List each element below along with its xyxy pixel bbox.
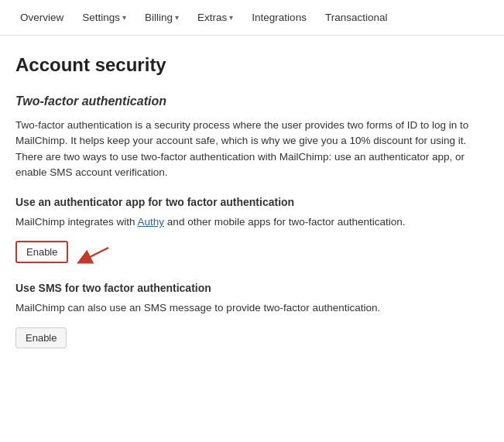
settings-chevron-icon: ▾	[122, 13, 126, 22]
enable-authenticator-wrapper: Enable	[15, 241, 489, 266]
arrow-annotation-icon	[73, 243, 110, 267]
two-factor-section-title: Two-factor authentication	[15, 94, 489, 108]
nav-billing[interactable]: Billing ▾	[137, 1, 187, 34]
two-factor-description: Two-factor authentication is a security …	[15, 118, 489, 180]
authenticator-app-title: Use an authenticator app for two factor …	[15, 196, 489, 208]
nav-integrations[interactable]: Integrations	[244, 1, 314, 34]
sms-description: MailChimp can also use an SMS message to…	[15, 300, 489, 316]
nav-extras[interactable]: Extras ▾	[190, 1, 241, 34]
two-factor-section: Two-factor authentication Two-factor aut…	[15, 94, 489, 180]
authenticator-pre-text: MailChimp integrates with	[15, 216, 138, 228]
extras-chevron-icon: ▾	[229, 13, 233, 22]
sms-title: Use SMS for two factor authentication	[15, 282, 489, 294]
nav-settings[interactable]: Settings ▾	[74, 1, 134, 34]
authenticator-app-description: MailChimp integrates with Authy and othe…	[15, 214, 489, 230]
authy-link[interactable]: Authy	[138, 216, 165, 228]
authenticator-app-section: Use an authenticator app for two factor …	[15, 196, 489, 266]
nav-overview[interactable]: Overview	[12, 1, 71, 34]
nav-transactional[interactable]: Transactional	[317, 1, 396, 34]
sms-section: Use SMS for two factor authentication Ma…	[15, 282, 489, 351]
svg-line-1	[84, 248, 108, 260]
page-title: Account security	[15, 54, 489, 76]
authenticator-post-text: and other mobile apps for two-factor aut…	[164, 216, 405, 228]
enable-authenticator-button[interactable]: Enable	[15, 241, 68, 263]
billing-chevron-icon: ▾	[175, 13, 179, 22]
enable-sms-button[interactable]: Enable	[15, 327, 67, 348]
main-content: Account security Two-factor authenticati…	[0, 36, 504, 382]
main-navigation: Overview Settings ▾ Billing ▾ Extras ▾ I…	[0, 0, 504, 36]
